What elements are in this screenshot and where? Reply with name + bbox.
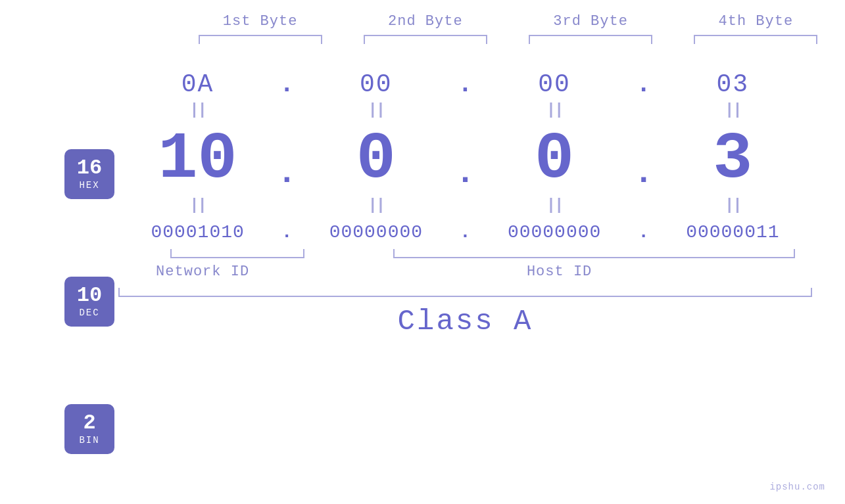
eq-1-1: ||: [189, 101, 206, 119]
host-id-label: Host ID: [306, 263, 812, 280]
hex-badge-num: 16: [77, 158, 102, 179]
bin-text-4: 00000011: [686, 222, 779, 242]
dot-dec-1: .: [277, 154, 297, 192]
dec-val-1: 10: [118, 127, 277, 193]
byte-3-label: 3rd Byte: [553, 13, 628, 30]
bin-badge-num: 2: [83, 413, 95, 434]
dot-bin-3: .: [634, 222, 654, 242]
bin-row: 00001010 . 00000000 . 00000000 . 0000001…: [118, 222, 812, 242]
id-labels-row: Network ID Host ID: [118, 263, 812, 280]
eq-1-3: ||: [546, 101, 563, 119]
network-id-label: Network ID: [118, 263, 287, 280]
hex-row: 0A . 00 . 00 . 03: [118, 70, 812, 99]
bytes-234-bracket-bottom: [393, 249, 795, 258]
byte-2-bracket-top: [364, 35, 487, 44]
dec-val-2: 0: [297, 127, 455, 193]
bin-val-3: 00000000: [475, 222, 634, 242]
eq-1-4: ||: [725, 101, 741, 119]
eq-2-4: ||: [725, 196, 741, 214]
bin-badge: 2 BIN: [64, 404, 114, 454]
byte-3-bracket-top: [529, 35, 652, 44]
dot-bin-1: .: [277, 222, 297, 242]
hex-text-1: 0A: [181, 70, 214, 99]
bracket-bottom-row: [118, 249, 812, 258]
class-bracket: [118, 288, 812, 297]
bin-val-4: 00000011: [654, 222, 812, 242]
dot-dec-2: .: [456, 154, 475, 192]
dot-bin-2: .: [456, 222, 475, 242]
equals-row-2: || || || ||: [118, 196, 812, 214]
byte-4-col: 4th Byte: [683, 13, 829, 44]
eq-1-2: ||: [368, 101, 384, 119]
equals-row-1: || || || ||: [118, 101, 812, 119]
dec-val-4: 3: [654, 127, 812, 193]
dot-dec-3: .: [634, 154, 654, 192]
hex-badge: 16 HEX: [64, 149, 114, 199]
dec-row: 10 . 0 . 0 . 3: [118, 127, 812, 193]
hex-badge-label: HEX: [79, 180, 99, 191]
byte-1-label: 1st Byte: [223, 13, 298, 30]
dec-text-1: 10: [158, 127, 237, 193]
byte-2-label: 2nd Byte: [388, 13, 463, 30]
hex-text-4: 03: [717, 70, 750, 99]
byte-3-col: 3rd Byte: [518, 13, 664, 44]
bin-val-2: 00000000: [297, 222, 455, 242]
class-label: Class A: [398, 305, 533, 338]
eq-2-1: ||: [189, 196, 206, 214]
hex-val-1: 0A: [118, 70, 277, 99]
bin-text-2: 00000000: [329, 222, 423, 242]
dot-3: .: [634, 70, 654, 99]
class-bracket-container: [118, 288, 812, 297]
watermark: ipshu.com: [769, 482, 825, 492]
byte-2-col: 2nd Byte: [352, 13, 498, 44]
dec-val-3: 0: [475, 127, 634, 193]
byte-1-bracket-bottom: [170, 249, 304, 258]
bin-val-1: 00001010: [118, 222, 277, 242]
hex-val-4: 03: [654, 70, 812, 99]
hex-text-2: 00: [360, 70, 393, 99]
bin-text-3: 00000000: [508, 222, 601, 242]
hex-val-3: 00: [475, 70, 634, 99]
dec-badge: 10 DEC: [64, 277, 114, 327]
eq-2-3: ||: [546, 196, 563, 214]
bin-text-1: 00001010: [151, 222, 244, 242]
class-label-container: Class A: [118, 305, 812, 338]
hex-text-3: 00: [538, 70, 571, 99]
eq-2-2: ||: [368, 196, 384, 214]
byte-4-label: 4th Byte: [719, 13, 794, 30]
byte-1-bracket-top: [199, 35, 322, 44]
dec-text-4: 3: [713, 127, 752, 193]
dot-2: .: [456, 70, 475, 99]
dec-badge-label: DEC: [79, 308, 99, 318]
byte-1-col: 1st Byte: [187, 13, 333, 44]
byte-4-bracket-top: [694, 35, 817, 44]
dec-text-2: 0: [356, 127, 396, 193]
dot-1: .: [277, 70, 297, 99]
base-badges: 16 HEX 10 DEC 2 BIN: [64, 149, 114, 504]
dec-text-3: 0: [535, 127, 574, 193]
hex-val-2: 00: [297, 70, 455, 99]
dec-badge-num: 10: [77, 285, 102, 306]
bin-badge-label: BIN: [79, 435, 99, 446]
